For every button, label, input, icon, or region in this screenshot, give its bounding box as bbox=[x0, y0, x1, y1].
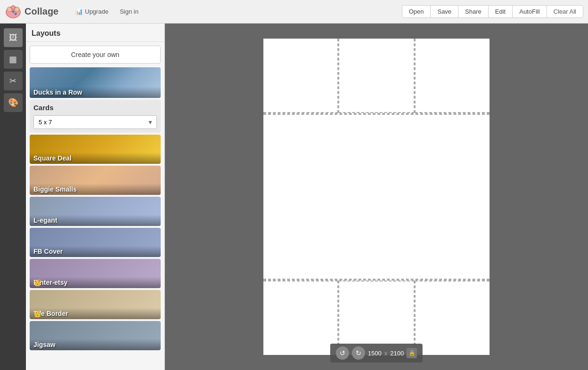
topbar: 🐾 Collage 📊 Upgrade Sign in Open Save Sh… bbox=[0, 0, 588, 24]
share-button[interactable]: Share bbox=[458, 6, 489, 17]
create-own-button[interactable]: Create your own bbox=[30, 46, 161, 64]
logo-icon: 🐾 bbox=[5, 5, 22, 19]
upgrade-icon: 📊 bbox=[75, 8, 83, 15]
sidebar-title: Layouts bbox=[26, 24, 164, 42]
canvas-wrapper bbox=[263, 39, 490, 355]
bottom-status-bar: ↺ ↻ 1500 x 2100 🔒 bbox=[330, 344, 423, 362]
sidebar: Layouts Create your own Ducks in a Row C… bbox=[26, 24, 165, 370]
svg-text:🐾: 🐾 bbox=[11, 9, 17, 16]
undo-icon: ↺ bbox=[340, 349, 345, 357]
canvas-cell bbox=[338, 39, 414, 113]
layout-label-tile-border: Tile Border bbox=[30, 308, 161, 319]
edit-button[interactable]: Edit bbox=[489, 6, 513, 17]
layout-label-jigsaw: Jigsaw bbox=[30, 339, 161, 350]
image-icon: 🖼 bbox=[9, 33, 17, 43]
layout-item-tile-border[interactable]: Tile Border 👑 bbox=[30, 290, 161, 319]
layout-label-pinter-etsy: Pinter-etsy bbox=[30, 277, 161, 288]
canvas-cell bbox=[263, 281, 338, 355]
layout-item-square-deal[interactable]: Square Deal bbox=[30, 135, 161, 164]
redo-button[interactable]: ↻ bbox=[352, 346, 365, 360]
toolbar-button-group: Open Save Share Edit AutoFill Clear All bbox=[402, 5, 583, 18]
sticker-icon: ✂ bbox=[9, 76, 16, 86]
cards-section: Cards 4 x 8 5 x 7 6 x 8 ▼ 4 x 8 5 x 7 6 … bbox=[30, 100, 161, 133]
photos-icon-btn[interactable]: 🖼 bbox=[4, 28, 23, 47]
canvas-cell bbox=[415, 39, 490, 113]
canvas-width: 1500 bbox=[368, 350, 382, 357]
upgrade-link[interactable]: 📊 Upgrade bbox=[72, 6, 112, 17]
crown-icon-pinter-etsy: 👑 bbox=[33, 279, 41, 286]
icon-bar: 🖼 ▦ ✂ 🎨 bbox=[0, 24, 26, 370]
crown-icon-tile-border: 👑 bbox=[33, 310, 41, 317]
layouts-icon-btn[interactable]: ▦ bbox=[4, 50, 23, 69]
cards-size-select[interactable]: 4 x 8 5 x 7 6 x 8 bbox=[33, 115, 157, 129]
main-area: 🖼 ▦ ✂ 🎨 Layouts Create your own Ducks in… bbox=[0, 24, 588, 370]
layout-label-square-deal: Square Deal bbox=[30, 153, 161, 164]
canvas-height: 2100 bbox=[390, 350, 404, 357]
canvas-cell bbox=[415, 281, 490, 355]
canvas-area: ↺ ↻ 1500 x 2100 🔒 bbox=[165, 24, 588, 370]
layout-item-fb-cover[interactable]: FB Cover bbox=[30, 228, 161, 257]
save-button[interactable]: Save bbox=[431, 6, 458, 17]
canvas-cell bbox=[263, 39, 338, 113]
layout-label-fb-cover: FB Cover bbox=[30, 246, 161, 257]
layout-item-l-egant[interactable]: L-egant bbox=[30, 197, 161, 226]
paint-icon-btn[interactable]: 🎨 bbox=[4, 93, 23, 112]
layout-item-jigsaw[interactable]: Jigsaw bbox=[30, 321, 161, 350]
layout-label-l-egant: L-egant bbox=[30, 215, 161, 226]
layout-label-ducks-row: Ducks in a Row bbox=[30, 87, 161, 98]
logo-area: 🐾 Collage bbox=[5, 5, 58, 19]
layout-icon: ▦ bbox=[9, 54, 17, 64]
cards-dropdown-container: 4 x 8 5 x 7 6 x 8 ▼ bbox=[33, 115, 157, 129]
layout-item-ducks-row[interactable]: Ducks in a Row bbox=[30, 67, 161, 98]
canvas-separator: x bbox=[384, 350, 388, 357]
paint-icon: 🎨 bbox=[8, 97, 18, 108]
redo-icon: ↻ bbox=[356, 349, 361, 357]
sidebar-scroll[interactable]: Create your own Ducks in a Row Cards 4 x… bbox=[26, 42, 164, 370]
svg-point-3 bbox=[11, 6, 15, 9]
layout-item-biggie-smalls[interactable]: Biggie Smalls bbox=[30, 166, 161, 195]
clear-all-button[interactable]: Clear All bbox=[547, 6, 583, 17]
canvas[interactable] bbox=[263, 39, 490, 355]
undo-button[interactable]: ↺ bbox=[336, 346, 349, 360]
logo-text: Collage bbox=[24, 6, 58, 17]
lock-button[interactable]: 🔒 bbox=[407, 348, 417, 358]
layout-label-biggie-smalls: Biggie Smalls bbox=[30, 184, 161, 195]
canvas-top-row bbox=[263, 39, 490, 114]
open-button[interactable]: Open bbox=[402, 6, 431, 17]
layout-item-pinter-etsy[interactable]: Pinter-etsy 👑 bbox=[30, 259, 161, 288]
cards-label: Cards bbox=[33, 104, 157, 112]
canvas-middle-cell bbox=[263, 114, 490, 280]
lock-icon: 🔒 bbox=[408, 350, 416, 356]
signin-link[interactable]: Sign in bbox=[116, 6, 142, 17]
autofill-button[interactable]: AutoFill bbox=[513, 6, 547, 17]
stickers-icon-btn[interactable]: ✂ bbox=[4, 72, 23, 90]
